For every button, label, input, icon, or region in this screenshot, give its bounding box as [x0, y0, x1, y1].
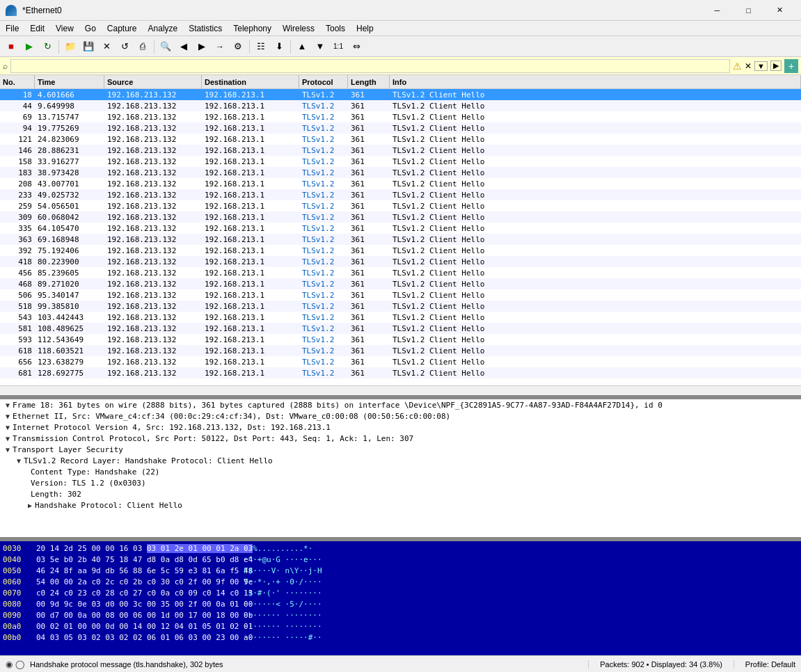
- menu-item-telephony[interactable]: Telephony: [228, 21, 277, 36]
- zoom-in-button[interactable]: ▲: [294, 38, 310, 55]
- close-button[interactable]: ✕: [764, 0, 795, 21]
- window-controls[interactable]: ─ □ ✕: [701, 0, 795, 21]
- table-row[interactable]: 146 28.886231 192.168.213.132 192.168.21…: [0, 145, 801, 156]
- menu-item-wireless[interactable]: Wireless: [277, 21, 320, 36]
- detail-row[interactable]: ▼Ethernet II, Src: VMware_c4:cf:34 (00:0…: [0, 410, 801, 422]
- table-row[interactable]: 18 4.601666 192.168.213.132 192.168.213.…: [0, 89, 801, 100]
- column-header-time[interactable]: Time: [35, 75, 104, 88]
- hex-row: 00a000 02 01 00 00 0d 00 14 00 12 04 01 …: [3, 621, 798, 632]
- close-file-button[interactable]: ✕: [98, 38, 115, 55]
- table-row[interactable]: 581 108.489625 192.168.213.132 192.168.2…: [0, 323, 801, 334]
- table-row[interactable]: 158 33.916277 192.168.213.132 192.168.21…: [0, 156, 801, 167]
- table-row[interactable]: 468 89.271020 192.168.213.132 192.168.21…: [0, 278, 801, 289]
- filter-apply-button[interactable]: +: [784, 59, 798, 73]
- table-row[interactable]: 44 9.649998 192.168.213.132 192.168.213.…: [0, 100, 801, 111]
- column-header-protocol[interactable]: Protocol: [299, 75, 348, 88]
- cell-no: 18: [0, 90, 35, 99]
- detail-row[interactable]: ▼Transmission Control Protocol, Src Port…: [0, 433, 801, 444]
- table-row[interactable]: 418 80.223900 192.168.213.132 192.168.21…: [0, 256, 801, 267]
- table-row[interactable]: 208 43.007701 192.168.213.132 192.168.21…: [0, 178, 801, 189]
- cell-protocol: TLSv1.2: [299, 324, 348, 333]
- column-header-source[interactable]: Source: [104, 75, 202, 88]
- table-row[interactable]: 543 103.442443 192.168.213.132 192.168.2…: [0, 312, 801, 323]
- open-file-button[interactable]: 📁: [62, 38, 79, 55]
- hex-bytes: 00 02 01 00 00 0d 00 14 00 12 04 01 05 0…: [36, 622, 238, 631]
- menu-item-statistics[interactable]: Statistics: [183, 21, 228, 36]
- filter-input[interactable]: ip.dst == 192.168.213.1 && ssl.handshake…: [10, 59, 730, 73]
- capture-options-button[interactable]: ⚙: [230, 38, 246, 55]
- cell-protocol: TLSv1.2: [299, 280, 348, 289]
- table-row[interactable]: 183 38.973428 192.168.213.132 192.168.21…: [0, 167, 801, 178]
- goto-packet-button[interactable]: →: [212, 38, 228, 55]
- table-row[interactable]: 506 95.340147 192.168.213.132 192.168.21…: [0, 289, 801, 301]
- menu-item-analyze[interactable]: Analyze: [143, 21, 184, 36]
- filter-bookmark-button[interactable]: ▶: [770, 61, 782, 71]
- colorize-button[interactable]: ☷: [253, 38, 269, 55]
- menu-item-file[interactable]: File: [0, 21, 24, 36]
- filter-clear-button[interactable]: ✕: [745, 61, 752, 71]
- menu-item-go[interactable]: Go: [79, 21, 102, 36]
- cell-no: 618: [0, 346, 35, 355]
- cell-info: TLSv1.2 Client Hello: [390, 168, 801, 177]
- detail-row[interactable]: ▼Internet Protocol Version 4, Src: 192.1…: [0, 422, 801, 433]
- cell-protocol: TLSv1.2: [299, 335, 348, 344]
- table-row[interactable]: 94 19.775269 192.168.213.132 192.168.213…: [0, 122, 801, 134]
- detail-row[interactable]: ▼TLSv1.2 Record Layer: Handshake Protoco…: [0, 455, 801, 466]
- table-row[interactable]: 233 49.025732 192.168.213.132 192.168.21…: [0, 189, 801, 200]
- table-row[interactable]: 593 112.543649 192.168.213.132 192.168.2…: [0, 334, 801, 345]
- table-row[interactable]: 69 13.715747 192.168.213.132 192.168.213…: [0, 111, 801, 122]
- menu-item-help[interactable]: Help: [351, 21, 379, 36]
- zoom-normal-button[interactable]: 1:1: [330, 38, 347, 55]
- print-button[interactable]: ⎙: [134, 38, 151, 55]
- zoom-out-button[interactable]: ▼: [312, 38, 328, 55]
- table-row[interactable]: 335 64.105470 192.168.213.132 192.168.21…: [0, 223, 801, 234]
- cell-source: 192.168.213.132: [104, 335, 202, 344]
- cell-dest: 192.168.213.1: [202, 335, 299, 344]
- table-row[interactable]: 309 60.068042 192.168.213.132 192.168.21…: [0, 211, 801, 223]
- detail-row[interactable]: ▼Frame 18: 361 bytes on wire (2888 bits)…: [0, 399, 801, 410]
- detail-row[interactable]: ▶Handshake Protocol: Client Hello: [0, 499, 801, 511]
- autoscroll-button[interactable]: ⬇: [271, 38, 287, 55]
- resize-columns-button[interactable]: ⇔: [348, 38, 365, 55]
- menu-item-tools[interactable]: Tools: [320, 21, 351, 36]
- reload-file-button[interactable]: ↺: [116, 38, 133, 55]
- go-forward-button[interactable]: ▶: [193, 38, 210, 55]
- detail-row[interactable]: Version: TLS 1.2 (0x0303): [0, 477, 801, 488]
- maximize-button[interactable]: □: [733, 0, 764, 21]
- detail-row[interactable]: ▼Transport Layer Security: [0, 444, 801, 455]
- column-header-destination[interactable]: Destination: [202, 75, 299, 88]
- cell-source: 192.168.213.132: [104, 179, 202, 189]
- save-file-button[interactable]: 💾: [80, 38, 97, 55]
- minimize-button[interactable]: ─: [701, 0, 733, 21]
- restart-capture-button[interactable]: ↻: [39, 38, 56, 55]
- menu-item-view[interactable]: View: [50, 21, 79, 36]
- cell-length: 361: [348, 179, 390, 189]
- table-row[interactable]: 363 69.168948 192.168.213.132 192.168.21…: [0, 234, 801, 245]
- column-header-info[interactable]: Info: [390, 75, 801, 88]
- column-header-no[interactable]: No.: [0, 75, 35, 88]
- detail-row[interactable]: Content Type: Handshake (22): [0, 466, 801, 477]
- cell-dest: 192.168.213.1: [202, 102, 299, 111]
- cell-source: 192.168.213.132: [104, 269, 202, 278]
- table-row[interactable]: 681 128.692775 192.168.213.132 192.168.2…: [0, 367, 801, 378]
- go-back-button[interactable]: ◀: [175, 38, 192, 55]
- cell-dest: 192.168.213.1: [202, 280, 299, 289]
- cell-length: 361: [348, 335, 390, 344]
- table-row[interactable]: 121 24.823069 192.168.213.132 192.168.21…: [0, 134, 801, 145]
- table-row[interactable]: 456 85.239605 192.168.213.132 192.168.21…: [0, 267, 801, 278]
- table-row[interactable]: 518 99.385810 192.168.213.132 192.168.21…: [0, 301, 801, 312]
- start-capture-button[interactable]: ▶: [21, 38, 38, 55]
- table-row[interactable]: 618 118.603521 192.168.213.132 192.168.2…: [0, 345, 801, 356]
- find-packet-button[interactable]: 🔍: [157, 38, 174, 55]
- table-row[interactable]: 259 54.056501 192.168.213.132 192.168.21…: [0, 200, 801, 211]
- menu-item-capture[interactable]: Capture: [102, 21, 143, 36]
- menu-item-edit[interactable]: Edit: [24, 21, 50, 36]
- horizontal-scrollbar[interactable]: [0, 385, 801, 395]
- table-row[interactable]: 656 123.638279 192.168.213.132 192.168.2…: [0, 356, 801, 367]
- cell-dest: 192.168.213.1: [202, 369, 299, 378]
- filter-dropdown-button[interactable]: ▼: [754, 61, 768, 71]
- table-row[interactable]: 392 75.192406 192.168.213.132 192.168.21…: [0, 245, 801, 256]
- detail-row[interactable]: Length: 302: [0, 488, 801, 499]
- column-header-length[interactable]: Length: [348, 75, 390, 88]
- stop-capture-button[interactable]: ■: [3, 38, 19, 55]
